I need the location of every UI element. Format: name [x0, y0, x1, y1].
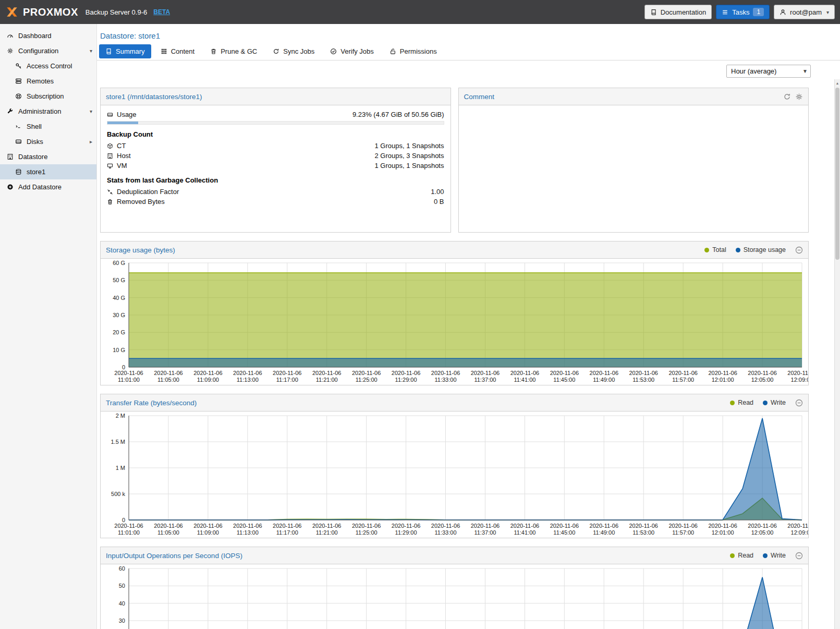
- row-value: 1.00: [431, 188, 444, 196]
- svg-text:1.5 M: 1.5 M: [111, 439, 125, 445]
- legend-item-storage-usage[interactable]: Storage usage: [736, 246, 786, 253]
- legend-item-read[interactable]: Read: [730, 552, 753, 559]
- svg-text:2020-11-06: 2020-11-06: [352, 523, 381, 529]
- svg-text:50: 50: [119, 583, 125, 589]
- tab-label: Prune & GC: [221, 47, 257, 55]
- svg-text:11:41:00: 11:41:00: [514, 377, 535, 383]
- panel-title: Transfer Rate (bytes/second): [106, 399, 197, 407]
- comment-panel: Comment: [458, 88, 809, 233]
- main-content: Datastore: store1 Summary Content: [97, 24, 840, 629]
- tab-content[interactable]: Content: [154, 44, 201, 58]
- documentation-button[interactable]: Documentation: [644, 5, 712, 19]
- beta-link[interactable]: BETA: [153, 8, 170, 16]
- tab-label: Content: [171, 47, 195, 55]
- svg-text:60 G: 60 G: [113, 260, 125, 266]
- vertical-scrollbar[interactable]: ▲: [834, 79, 840, 629]
- legend-label: Read: [738, 399, 753, 406]
- book-icon: [105, 48, 112, 55]
- panel-title: Storage usage (bytes): [106, 246, 175, 254]
- proxmox-logo-icon: [5, 5, 19, 19]
- svg-text:11:13:00: 11:13:00: [237, 377, 259, 383]
- collapse-icon[interactable]: [795, 552, 803, 560]
- tab-summary[interactable]: Summary: [99, 44, 151, 58]
- sidebar-item-label: Subscription: [27, 92, 64, 100]
- sidebar-item-store1[interactable]: store1: [0, 164, 96, 179]
- svg-text:2020-11-06: 2020-11-06: [787, 523, 808, 529]
- gear-icon[interactable]: [795, 93, 803, 101]
- sidebar-item-subscription[interactable]: Subscription: [0, 89, 96, 104]
- usage-row: Usage 9.23% (4.67 GiB of 50.56 GiB): [107, 110, 444, 119]
- sidebar-item-configuration[interactable]: Configuration ▾: [0, 43, 96, 58]
- row-label: Usage: [117, 111, 137, 118]
- svg-text:11:21:00: 11:21:00: [316, 529, 338, 536]
- sidebar-item-remotes[interactable]: Remotes: [0, 74, 96, 89]
- svg-text:2020-11-06: 2020-11-06: [748, 370, 776, 376]
- panel-title: store1 (/mnt/datastores/store1): [106, 93, 202, 101]
- sidebar-item-add-datastore[interactable]: Add Datastore: [0, 179, 96, 195]
- scrollbar-thumb[interactable]: [835, 88, 839, 260]
- legend-item-write[interactable]: Write: [763, 552, 786, 559]
- svg-text:2020-11-06: 2020-11-06: [510, 523, 539, 529]
- sidebar-item-access-control[interactable]: Access Control: [0, 58, 96, 74]
- svg-text:2020-11-06: 2020-11-06: [392, 370, 420, 376]
- sidebar-item-datastore[interactable]: Datastore: [0, 149, 96, 164]
- svg-text:11:17:00: 11:17:00: [276, 529, 298, 536]
- tab-label: Permissions: [400, 47, 437, 55]
- chevron-down-icon[interactable]: ▾: [90, 108, 92, 114]
- user-menu-button[interactable]: root@pam ▾: [774, 5, 835, 19]
- unlock-icon: [389, 48, 396, 55]
- svg-text:11:25:00: 11:25:00: [356, 529, 378, 536]
- tasks-label: Tasks: [732, 8, 749, 16]
- timeframe-select[interactable]: Hour (average) ▼: [726, 65, 811, 78]
- collapse-icon[interactable]: [795, 246, 803, 254]
- compress-icon: [107, 189, 117, 195]
- legend-item-total[interactable]: Total: [704, 246, 726, 253]
- sidebar-item-label: Datastore: [18, 153, 47, 161]
- row-value: 2 Groups, 3 Snapshots: [375, 152, 444, 160]
- sidebar-item-label: Shell: [27, 123, 42, 130]
- svg-text:11:41:00: 11:41:00: [514, 529, 535, 536]
- user-label: root@pam: [790, 8, 822, 16]
- legend-item-read[interactable]: Read: [730, 399, 753, 406]
- tasks-button[interactable]: Tasks 1: [716, 5, 770, 19]
- panel-header: Input/Output Operations per Second (IOPS…: [101, 547, 808, 564]
- svg-text:2020-11-06: 2020-11-06: [668, 370, 697, 376]
- tab-prune-gc[interactable]: Prune & GC: [204, 44, 263, 58]
- svg-text:2020-11-06: 2020-11-06: [431, 523, 460, 529]
- book-icon: [650, 9, 657, 16]
- svg-text:2020-11-06: 2020-11-06: [590, 523, 618, 529]
- tab-verify-jobs[interactable]: Verify Jobs: [324, 44, 380, 58]
- sidebar: Dashboard Configuration ▾ Access Control…: [0, 24, 97, 629]
- sidebar-item-dashboard[interactable]: Dashboard: [0, 28, 96, 43]
- svg-text:50 G: 50 G: [113, 277, 125, 283]
- tab-permissions[interactable]: Permissions: [383, 44, 443, 58]
- svg-text:12:01:00: 12:01:00: [712, 377, 734, 383]
- chevron-down-icon[interactable]: ▾: [90, 48, 92, 54]
- hdd-icon: [15, 138, 22, 145]
- svg-text:2020-11-06: 2020-11-06: [193, 370, 222, 376]
- comment-body[interactable]: [459, 105, 809, 232]
- tabbar: Summary Content Prune & GC: [97, 44, 840, 61]
- legend-item-write[interactable]: Write: [763, 399, 786, 406]
- svg-text:12:09:00: 12:09:00: [791, 529, 808, 536]
- ct-row: CT 1 Groups, 1 Snapshots: [107, 141, 444, 151]
- chevron-right-icon[interactable]: ▸: [90, 139, 92, 144]
- collapse-icon[interactable]: [795, 399, 803, 407]
- sidebar-item-disks[interactable]: Disks ▸: [0, 134, 96, 149]
- tab-label: Verify Jobs: [340, 47, 374, 55]
- tasks-icon: [722, 9, 728, 16]
- lifebuoy-icon: [15, 93, 22, 100]
- svg-text:11:25:00: 11:25:00: [356, 377, 378, 383]
- scroll-up-arrow[interactable]: ▲: [835, 79, 840, 87]
- row-value: 1 Groups, 1 Snapshots: [375, 142, 444, 150]
- svg-text:30 G: 30 G: [113, 312, 125, 318]
- sidebar-item-shell[interactable]: Shell: [0, 119, 96, 134]
- svg-text:2020-11-06: 2020-11-06: [233, 370, 262, 376]
- tab-label: Summary: [116, 47, 145, 55]
- refresh-icon[interactable]: [783, 93, 791, 101]
- sidebar-item-administration[interactable]: Administration ▾: [0, 104, 96, 119]
- storage-usage-chart: 010 G20 G30 G40 G50 G60 G2020-11-0611:01…: [101, 259, 808, 385]
- key-icon: [15, 63, 22, 69]
- tab-sync-jobs[interactable]: Sync Jobs: [266, 44, 321, 58]
- removed-bytes-row: Removed Bytes 0 B: [107, 197, 444, 207]
